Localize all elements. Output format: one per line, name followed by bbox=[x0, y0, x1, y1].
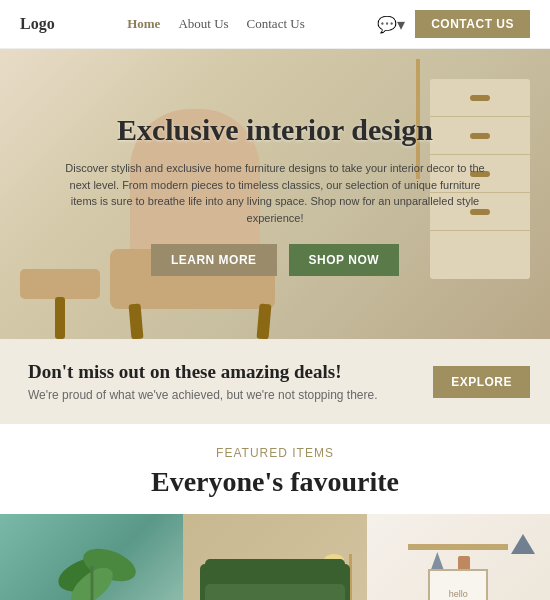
decor-triangle bbox=[511, 534, 535, 554]
hero-content: Exclusive interior design Discover styli… bbox=[0, 49, 550, 339]
deals-subtitle: We're proud of what we've achieved, but … bbox=[28, 388, 378, 402]
nav-home[interactable]: Home bbox=[127, 16, 160, 32]
nav-about[interactable]: About Us bbox=[178, 16, 228, 32]
hero-title: Exclusive interior design bbox=[117, 112, 433, 148]
hero-section: Exclusive interior design Discover styli… bbox=[0, 49, 550, 339]
hero-description: Discover stylish and exclusive home furn… bbox=[65, 160, 485, 226]
wall-art-text: hello bbox=[449, 589, 468, 599]
chat-icon[interactable]: 💬▾ bbox=[377, 15, 405, 34]
contact-us-button[interactable]: CONTACT US bbox=[415, 10, 530, 38]
nav-contact[interactable]: Contact Us bbox=[247, 16, 305, 32]
nav-right: 💬▾ CONTACT US bbox=[377, 10, 530, 38]
nav-links: Home About Us Contact Us bbox=[127, 16, 305, 32]
wall-art: hello bbox=[428, 569, 488, 600]
featured-section: FEATURED ITEMS Everyone's favourite bbox=[0, 424, 550, 600]
product-card-plant[interactable] bbox=[0, 514, 183, 600]
learn-more-button[interactable]: LEARN MORE bbox=[151, 244, 277, 276]
deals-section: Don't miss out on these amazing deals! W… bbox=[0, 339, 550, 424]
stem-decoration bbox=[90, 566, 93, 600]
navbar: Logo Home About Us Contact Us 💬▾ CONTACT… bbox=[0, 0, 550, 49]
logo: Logo bbox=[20, 15, 55, 33]
product-grid: hello bbox=[0, 514, 550, 600]
product-card-walldecor[interactable]: hello bbox=[367, 514, 550, 600]
hero-buttons: LEARN MORE SHOP NOW bbox=[151, 244, 399, 276]
shop-now-button[interactable]: SHOP NOW bbox=[289, 244, 399, 276]
featured-title: Everyone's favourite bbox=[0, 466, 550, 498]
product-card-sofa[interactable] bbox=[183, 514, 366, 600]
featured-label: FEATURED ITEMS bbox=[0, 446, 550, 460]
sofa-body bbox=[205, 584, 345, 600]
wall-shelf bbox=[408, 544, 508, 550]
explore-button[interactable]: EXPLORE bbox=[433, 366, 530, 398]
deals-text: Don't miss out on these amazing deals! W… bbox=[28, 361, 378, 402]
deals-title: Don't miss out on these amazing deals! bbox=[28, 361, 378, 383]
